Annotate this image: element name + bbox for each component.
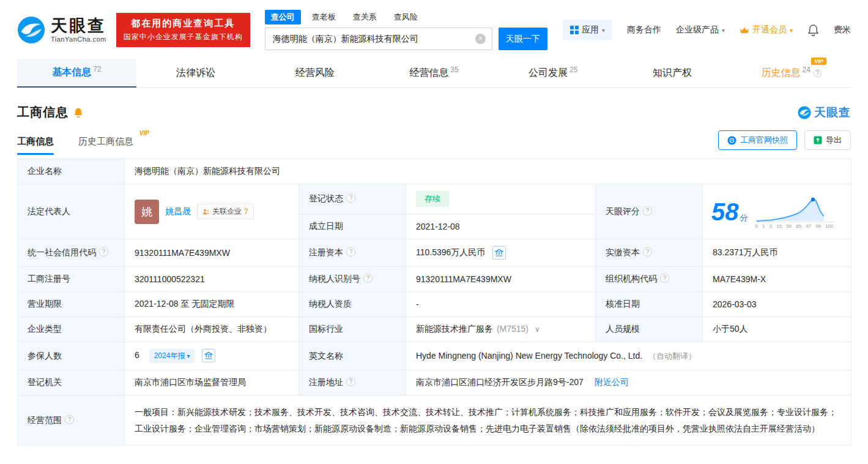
value-approval-date: 2026-03-03 [703, 292, 851, 317]
value-insured-count: 6 2024年报 ▾ [125, 342, 299, 370]
banner-line1: 都在用的商业查询工具 [124, 18, 243, 29]
tab-count: 24 [802, 65, 810, 74]
info-icon[interactable]: ? [346, 377, 355, 386]
tab-basic-info[interactable]: 基本信息 72 [17, 59, 136, 88]
company-nav-tabs: 基本信息 72 法律诉讼 经营风险 经营信息 35 公司发展 25 知识产权 [17, 59, 851, 88]
label-text: 天眼评分 [606, 206, 640, 216]
table-row: 法定代表人 姚 姚昌晟 关联企业 7 [18, 184, 851, 214]
info-icon[interactable]: ? [346, 193, 355, 203]
business-cooperation-link[interactable]: 商务合作 [627, 24, 661, 36]
subtab-business-registration[interactable]: 工商信息 [17, 136, 54, 155]
label-registration-number: 工商注册号 [18, 267, 125, 292]
caret-down-icon: ▾ [602, 27, 605, 34]
label-org-code: 组织机构代码? [596, 267, 703, 292]
search-tab-risk[interactable]: 查风险 [388, 10, 424, 24]
logo-title: 天眼查 [51, 17, 106, 36]
tab-business-info[interactable]: 经营信息 35 [374, 59, 494, 88]
subtab-history-registration[interactable]: 历史工商信息 VIP [78, 136, 133, 155]
related-label: 关联企业 [212, 206, 242, 217]
value-industry: 新能源技术推广服务 (M7515) ∨ [406, 317, 596, 342]
tab-operational-risk[interactable]: 经营风险 [255, 59, 374, 88]
notifications-bell-icon[interactable] [807, 24, 819, 36]
value-english-name: Hyde Mingneng (Nanjing) New Energy Techn… [406, 342, 851, 370]
related-count: 7 [244, 208, 248, 216]
enterprise-label: 企业级产品 [676, 24, 719, 36]
value-business-scope: 一般项目：新兴能源技术研发；技术服务、技术开发、技术咨询、技术交流、技术转让、技… [125, 395, 851, 446]
caret-down-icon: ▾ [722, 27, 725, 34]
label-registration-authority: 登记机关 [18, 370, 125, 395]
table-row: 营业期限 2021-12-08 至 无固定期限 纳税人资质 - 核准日期 202… [18, 292, 851, 317]
info-icon[interactable]: ? [660, 274, 669, 283]
info-icon[interactable]: ? [346, 247, 355, 256]
value-business-term: 2021-12-08 至 无固定期限 [125, 292, 299, 317]
chevron-down-icon[interactable]: ∨ [535, 325, 540, 334]
info-icon[interactable]: ? [814, 69, 822, 77]
enterprise-products-menu[interactable]: 企业级产品 ▾ [676, 24, 725, 36]
export-label: 导出 [826, 135, 842, 146]
legal-rep-name-link[interactable]: 姚昌晟 [165, 206, 191, 217]
table-row: 参保人数 6 2024年报 ▾ 英文名称 Hyde Mingneng (Nanj… [18, 342, 851, 370]
search-tab-relation[interactable]: 查关系 [347, 10, 383, 24]
info-icon[interactable]: ? [643, 247, 652, 256]
vip-badge: VIP [139, 130, 149, 137]
user-account[interactable]: 费米 [834, 24, 851, 36]
label-text: 注册地址 [309, 377, 343, 387]
label-text: 组织机构代码 [606, 274, 657, 283]
value-legal-representative: 姚 姚昌晟 关联企业 7 [125, 184, 299, 239]
value-staff-size: 小于50人 [703, 317, 851, 342]
label-text: 统一社会信用代码 [28, 247, 96, 257]
tianyancha-watermark-logo: 天眼查 [798, 105, 851, 121]
business-registration-section-head: 工商信息 天眼查 [0, 88, 868, 124]
related-companies-badge[interactable]: 关联企业 7 [197, 204, 254, 219]
subscribe-bell-icon[interactable] [73, 107, 83, 118]
label-text: 实缴资本 [606, 247, 640, 257]
search-button[interactable]: 天眼一下 [499, 28, 547, 50]
apps-menu[interactable]: 应用 ▾ [563, 20, 612, 40]
capital-text: 110.5396万人民币 [416, 247, 485, 257]
open-membership-menu[interactable]: 开通会员 ▾ [740, 24, 793, 36]
company-search-input[interactable] [265, 28, 492, 50]
clear-search-icon[interactable]: × [475, 34, 486, 44]
apps-grid-icon [570, 26, 579, 34]
value-establish-date: 2021-12-08 [406, 214, 596, 239]
value-tianyan-score[interactable]: 58分 0131550859799100 [703, 184, 851, 239]
official-snapshot-button[interactable]: 工商官网快照 [718, 130, 797, 150]
tab-label: 经营风险 [295, 67, 335, 80]
info-icon[interactable]: ? [363, 274, 373, 283]
export-button[interactable]: 导出 [804, 130, 851, 150]
search-tab-boss[interactable]: 查老板 [306, 10, 342, 24]
search-tab-company[interactable]: 查公司 [265, 10, 301, 24]
info-icon[interactable]: ? [99, 247, 108, 256]
annual-report-label: 2024年报 [154, 351, 185, 361]
label-approval-date: 核准日期 [596, 292, 703, 317]
value-registered-capital: 110.5396万人民币 [406, 239, 596, 267]
insured-bank-icon[interactable] [202, 349, 215, 362]
tab-company-development[interactable]: 公司发展 25 [494, 59, 613, 88]
tianyancha-logo[interactable]: 天眼查 TianYanCha.com [17, 16, 106, 44]
caret-down-icon: ▾ [187, 353, 190, 359]
tab-history-info[interactable]: 历史信息 24 ? VIP [732, 59, 851, 88]
watermark-text: 天眼查 [814, 105, 851, 121]
value-taxpayer-id: 91320111MA7E439MXW [406, 267, 596, 292]
value-registration-number: 320111000522321 [125, 267, 299, 292]
label-tianyan-score: 天眼评分? [596, 184, 703, 239]
label-business-term: 营业期限 [18, 292, 125, 317]
info-icon[interactable]: ? [65, 415, 74, 424]
snapshot-label: 工商官网快照 [740, 135, 788, 146]
info-icon[interactable]: ? [643, 206, 652, 215]
annual-report-badge[interactable]: 2024年报 ▾ [149, 349, 195, 363]
tab-label: 基本信息 [52, 66, 91, 79]
insured-number: 6 [135, 350, 139, 360]
nearby-companies-link[interactable]: 附近公司 [595, 377, 629, 387]
table-row: 统一社会信用代码? 91320111MA7E439MXW 注册资本? 110.5… [18, 239, 851, 267]
tab-legal-proceedings[interactable]: 法律诉讼 [136, 59, 256, 88]
auto-translate-note: （自动翻译） [648, 351, 696, 361]
legal-rep-avatar[interactable]: 姚 [135, 200, 159, 224]
label-paid-capital: 实缴资本? [596, 239, 703, 267]
tab-count: 72 [93, 65, 101, 73]
status-badge: 存续 [416, 191, 449, 207]
tab-intellectual-property[interactable]: 知识产权 [613, 59, 732, 88]
table-row: 企业类型 有限责任公司（外商投资、非独资） 国标行业 新能源技术推广服务 (M7… [18, 317, 851, 342]
capital-bank-icon[interactable] [492, 246, 506, 260]
label-company-name: 企业名称 [18, 159, 125, 184]
